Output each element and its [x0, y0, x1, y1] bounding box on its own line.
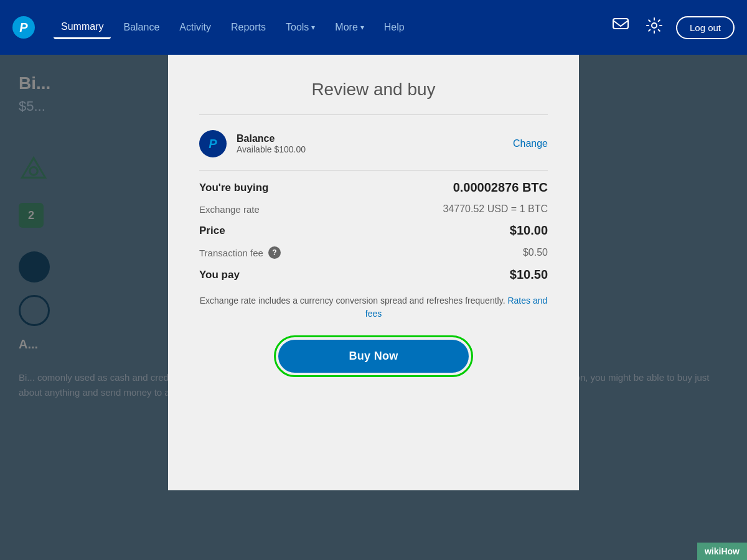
modal-title: Review and buy: [199, 80, 548, 100]
message-icon[interactable]: [609, 14, 632, 40]
price-value: $10.00: [510, 223, 548, 238]
price-row: Price $10.00: [199, 223, 548, 238]
buying-value: 0.00002876 BTC: [453, 180, 548, 195]
svg-point-1: [652, 23, 657, 28]
navbar: P Summary Balance Activity Reports Tools…: [0, 0, 747, 55]
buying-label: You're buying: [199, 182, 268, 194]
navbar-logo: P: [12, 16, 35, 39]
transaction-fee-info-icon[interactable]: ?: [268, 246, 281, 259]
more-chevron-icon: ▾: [360, 23, 364, 32]
you-pay-value: $10.50: [510, 268, 548, 282]
paypal-balance-icon: P: [199, 130, 227, 157]
navbar-actions: Log out: [609, 14, 735, 41]
buy-now-button[interactable]: Buy Now: [278, 340, 469, 373]
buy-now-container: Buy Now: [199, 335, 548, 377]
nav-activity[interactable]: Activity: [172, 17, 218, 38]
price-label: Price: [199, 225, 225, 237]
buy-now-wrapper: Buy Now: [274, 335, 473, 377]
paypal-logo-icon: P: [12, 16, 35, 39]
exchange-rate-value: 34770.52 USD = 1 BTC: [443, 203, 548, 215]
settings-icon[interactable]: [642, 14, 666, 41]
you-pay-label: You pay: [199, 269, 240, 281]
transaction-fee-label: Transaction fee ?: [199, 246, 281, 259]
payment-method-name: Balance: [237, 133, 503, 144]
buying-row: You're buying 0.00002876 BTC: [199, 180, 548, 195]
modal-overlay: Review and buy P Balance Available $100.…: [0, 55, 747, 560]
payment-method-balance: Available $100.00: [237, 144, 503, 154]
modal-top-divider: [199, 114, 548, 115]
wikihow-badge: wikiHow: [697, 543, 747, 560]
nav-tools[interactable]: Tools ▾: [278, 17, 322, 38]
nav-reports[interactable]: Reports: [223, 17, 273, 38]
you-pay-row: You pay $10.50: [199, 268, 548, 282]
nav-more[interactable]: More ▾: [327, 17, 371, 38]
navbar-links: Summary Balance Activity Reports Tools ▾…: [54, 16, 609, 39]
review-buy-modal: Review and buy P Balance Available $100.…: [168, 55, 579, 490]
payment-method-row: P Balance Available $100.00 Change: [199, 130, 548, 157]
nav-summary[interactable]: Summary: [54, 16, 111, 39]
transaction-fee-row: Transaction fee ? $0.50: [199, 246, 548, 259]
transaction-fee-value: $0.50: [523, 247, 548, 258]
payment-method-info: Balance Available $100.00: [237, 133, 503, 154]
modal-mid-divider: [199, 170, 548, 170]
logout-button[interactable]: Log out: [676, 16, 735, 39]
exchange-rate-label: Exchange rate: [199, 204, 260, 215]
svg-rect-0: [613, 19, 628, 29]
disclaimer-text: Exchange rate includes a currency conver…: [199, 294, 548, 320]
exchange-rate-row: Exchange rate 34770.52 USD = 1 BTC: [199, 203, 548, 215]
nav-help[interactable]: Help: [377, 17, 412, 38]
change-payment-link[interactable]: Change: [513, 138, 548, 149]
nav-balance[interactable]: Balance: [116, 17, 167, 38]
tools-chevron-icon: ▾: [311, 23, 315, 32]
